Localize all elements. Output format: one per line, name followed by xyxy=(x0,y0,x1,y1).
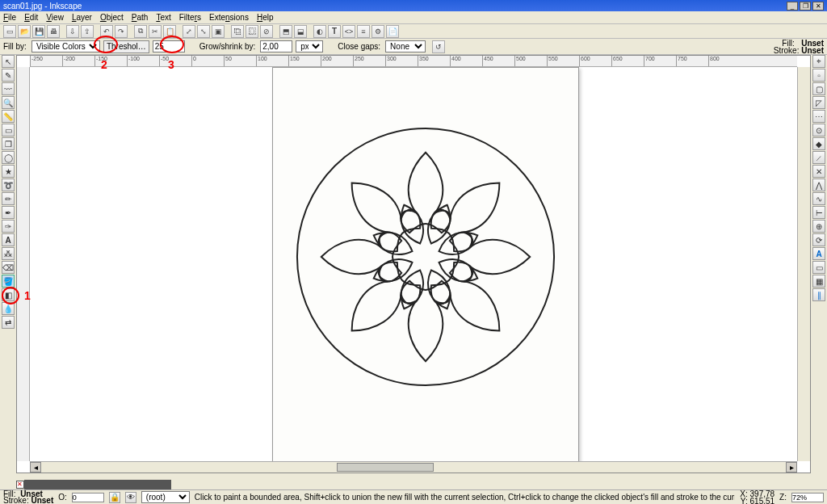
duplicate-icon[interactable]: ⿻ xyxy=(231,25,244,38)
print-icon[interactable]: 🖶 xyxy=(47,25,60,38)
scroll-left-icon[interactable]: ◂ xyxy=(30,462,41,472)
snap-guide-icon[interactable]: ∥ xyxy=(812,288,825,301)
scrollbar-horizontal[interactable]: ◂ ▸ xyxy=(30,461,797,472)
zoom-input[interactable] xyxy=(791,493,824,502)
snap-rotation-icon[interactable]: ⟳ xyxy=(812,233,825,246)
spiral-tool-icon[interactable]: ➰ xyxy=(2,178,15,191)
tweak-tool-icon[interactable]: 〰 xyxy=(2,82,15,95)
export-icon[interactable]: ⇪ xyxy=(81,25,94,38)
xml-icon[interactable]: <> xyxy=(342,25,355,38)
menu-layer[interactable]: Layer xyxy=(72,13,92,22)
snap-corner-icon[interactable]: ◸ xyxy=(812,96,825,109)
menu-text[interactable]: Text xyxy=(156,13,170,22)
bezier-tool-icon[interactable]: ✒ xyxy=(2,206,15,219)
snap-intersect-icon[interactable]: ✕ xyxy=(812,165,825,178)
snap-node-icon[interactable]: ◆ xyxy=(812,137,825,150)
minimize-button[interactable]: _ xyxy=(787,2,798,10)
zoom-tool-icon[interactable]: 🔍 xyxy=(2,96,15,109)
import-icon[interactable]: ⇩ xyxy=(66,25,79,38)
undo-icon[interactable]: ↶ xyxy=(100,25,113,38)
docprefs-icon[interactable]: 📄 xyxy=(386,25,399,38)
measure-tool-icon[interactable]: 📏 xyxy=(2,110,15,123)
menu-file[interactable]: FFileile xyxy=(3,13,16,22)
dropper-tool-icon[interactable]: 💧 xyxy=(2,302,15,315)
snap-center-icon[interactable]: ⊙ xyxy=(812,124,825,136)
zoom-page-icon[interactable]: ▣ xyxy=(212,25,225,38)
snap-line-mid-icon[interactable]: ⊢ xyxy=(812,206,825,219)
snap-grid-icon[interactable]: ▦ xyxy=(812,275,825,288)
titlebar: scan01.jpg - Inkscape _ ❐ ✕ xyxy=(0,0,827,11)
save-icon[interactable]: 💾 xyxy=(32,25,45,38)
3dbox-tool-icon[interactable]: ❒ xyxy=(2,137,15,150)
unlink-icon[interactable]: ⊘ xyxy=(260,25,273,38)
snap-text-icon[interactable]: A xyxy=(812,247,825,260)
ellipse-tool-icon[interactable]: ◯ xyxy=(2,151,15,164)
scroll-right-icon[interactable]: ▸ xyxy=(786,462,797,472)
copy-icon[interactable]: ⧉ xyxy=(134,25,147,38)
status-coords: X: 397,78 Y: 615,51 xyxy=(740,490,775,505)
paste-icon[interactable]: 📋 xyxy=(163,25,176,38)
prefs-icon[interactable]: ⚙ xyxy=(372,25,384,38)
snap-page-icon[interactable]: ▭ xyxy=(812,261,825,274)
snap-cusp-icon[interactable]: ⋀ xyxy=(812,178,825,191)
fillstroke-indicator: Fill: Unset Stroke: Unset xyxy=(774,39,824,55)
gradient-tool-icon[interactable]: ◧ xyxy=(2,288,15,301)
text-dialog-icon[interactable]: T xyxy=(328,25,341,38)
unit-select[interactable]: px xyxy=(296,40,323,52)
menu-path[interactable]: Path xyxy=(132,13,149,22)
star-tool-icon[interactable]: ★ xyxy=(2,165,15,178)
threshold-input[interactable] xyxy=(153,40,185,52)
opacity-input[interactable] xyxy=(72,493,104,502)
maximize-button[interactable]: ❐ xyxy=(800,2,811,10)
threshold-button[interactable]: Threshol… xyxy=(103,40,149,53)
menu-help[interactable]: Help xyxy=(257,13,274,22)
snap-edge-icon[interactable]: ▢ xyxy=(812,82,825,95)
group-icon[interactable]: ⬒ xyxy=(279,25,292,38)
layer-lock-icon[interactable]: 🔒 xyxy=(109,492,120,503)
menu-extensions[interactable]: Extensions xyxy=(209,13,249,22)
snap-midpoint-icon[interactable]: ⋯ xyxy=(812,110,825,123)
open-icon[interactable]: 📂 xyxy=(18,25,31,38)
selector-tool-icon[interactable]: ↖ xyxy=(2,55,15,68)
snap-smooth-icon[interactable]: ∿ xyxy=(812,192,825,205)
clone-icon[interactable]: ⿴ xyxy=(246,25,258,38)
scrollbar-vertical[interactable] xyxy=(797,67,810,461)
new-icon[interactable]: ▭ xyxy=(3,25,16,38)
snap-enable-icon[interactable]: ⌖ xyxy=(812,55,825,68)
menu-filters[interactable]: Filters xyxy=(179,13,201,22)
text-tool-icon[interactable]: A xyxy=(2,233,15,246)
window-title: scan01.jpg - Inkscape xyxy=(3,2,82,10)
canvas[interactable] xyxy=(30,67,797,461)
layer-visible-icon[interactable]: 👁 xyxy=(125,492,136,503)
close-button[interactable]: ✕ xyxy=(812,2,824,10)
zoom-drawing-icon[interactable]: ⤡ xyxy=(197,25,210,38)
cut-icon[interactable]: ✂ xyxy=(149,25,162,38)
menu-edit[interactable]: Edit xyxy=(24,13,38,22)
ungroup-icon[interactable]: ⬓ xyxy=(294,25,307,38)
align-icon[interactable]: ≡ xyxy=(357,25,370,38)
zoom-fit-icon[interactable]: ⤢ xyxy=(183,25,195,38)
scroll-thumb-h[interactable] xyxy=(337,463,434,472)
fillby-select[interactable]: Visible Colors xyxy=(31,40,100,52)
paintbucket-tool-icon[interactable]: 🪣 xyxy=(2,275,15,288)
snap-path-icon[interactable]: ⟋ xyxy=(812,151,825,164)
calligraphy-tool-icon[interactable]: ✑ xyxy=(2,220,15,233)
rectangle-tool-icon[interactable]: ▭ xyxy=(2,124,15,136)
pencil-tool-icon[interactable]: ✏ xyxy=(2,192,15,205)
redo-icon[interactable]: ↷ xyxy=(115,25,128,38)
snap-bbox-icon[interactable]: ▫ xyxy=(812,69,825,82)
eraser-tool-icon[interactable]: ⌫ xyxy=(2,261,15,274)
connector-tool-icon[interactable]: ⇄ xyxy=(2,316,15,329)
spray-tool-icon[interactable]: ⁂ xyxy=(2,247,15,260)
menu-object[interactable]: Object xyxy=(100,13,124,22)
node-tool-icon[interactable]: ✎ xyxy=(2,69,15,82)
fillstroke-dialog-icon[interactable]: ◐ xyxy=(313,25,326,38)
color-swatch[interactable] xyxy=(170,480,171,490)
snap-object-center-icon[interactable]: ⊕ xyxy=(812,220,825,233)
closegaps-select[interactable]: None xyxy=(385,40,426,52)
reset-icon[interactable]: ↺ xyxy=(432,40,445,53)
menu-view[interactable]: View xyxy=(46,13,64,22)
layer-select[interactable]: (root) xyxy=(141,491,190,503)
no-color-swatch[interactable] xyxy=(16,481,24,489)
growshrink-input[interactable] xyxy=(260,40,292,52)
